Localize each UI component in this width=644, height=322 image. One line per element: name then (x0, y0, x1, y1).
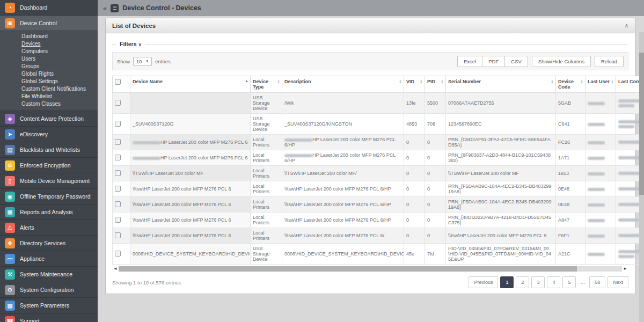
sort-icon[interactable]: ▲▼ (277, 79, 280, 84)
cell-last-user (586, 197, 616, 213)
row-checkbox-box[interactable] (115, 170, 121, 176)
reload-button[interactable]: Reload (595, 56, 624, 67)
submenu-item-custom-classes[interactable]: Custom Classes (21, 100, 98, 108)
sidebar-item-mobile-device-management[interactable]: ▯Mobile Device Management (0, 173, 98, 189)
column-header-pid[interactable]: PID▲▼ (425, 76, 446, 93)
collapse-panel-icon[interactable]: ∧ (625, 23, 628, 28)
submenu-item-global-rights[interactable]: Global Rights (21, 70, 98, 78)
pagination-3[interactable]: 3 (531, 276, 545, 288)
column-header-device-type[interactable]: Device Type▲▼ (251, 76, 282, 93)
filters-toggle[interactable]: Filters ∨ (116, 41, 145, 47)
submenu-item-computers[interactable]: Computers (21, 48, 98, 55)
row-checkbox[interactable] (113, 228, 130, 244)
row-checkbox[interactable] (113, 166, 130, 181)
pagination-58[interactable]: 58 (589, 276, 605, 288)
alerts-icon: ⚠ (5, 223, 15, 233)
select-all-checkbox[interactable] (113, 76, 130, 93)
row-checkbox-box[interactable] (115, 217, 121, 223)
sidebar-item-appliance[interactable]: ▭Appliance (0, 251, 98, 267)
row-checkbox[interactable] (113, 135, 130, 150)
row-checkbox-box[interactable] (115, 201, 121, 207)
column-header-vid[interactable]: VID▲▼ (404, 76, 425, 93)
pagination-4[interactable]: 4 (547, 276, 560, 288)
sidebar-item-dashboard[interactable]: ◔Dashboard (0, 0, 98, 16)
sidebar-item-system-configuration[interactable]: ⚙System Configuration (0, 282, 98, 298)
pdf-export-button[interactable]: PDF (482, 56, 505, 67)
row-checkbox-box[interactable] (115, 155, 121, 160)
row-checkbox-box[interactable] (115, 251, 121, 257)
column-header-label: Device Name (133, 79, 163, 84)
redacted-text (588, 203, 605, 207)
sort-icon[interactable]: ▲▼ (441, 79, 444, 84)
submenu-item-custom-client-notifications[interactable]: Custom Client Notifications (21, 85, 98, 93)
sidebar-item-enforced-encryption[interactable]: ⚙Enforced Encryption (0, 158, 98, 173)
pagination-2[interactable]: 2 (516, 276, 529, 288)
row-checkbox-box[interactable] (115, 121, 121, 127)
sort-icon[interactable]: ▲▼ (551, 79, 554, 84)
cell-last-user (586, 181, 616, 197)
row-checkbox-box[interactable] (115, 186, 121, 192)
row-checkbox-box[interactable] (115, 139, 121, 145)
column-header-last-user[interactable]: Last User▲▼ (586, 76, 616, 93)
cell-vid: 0 (404, 228, 425, 244)
horizontal-scroll-thumb[interactable] (119, 266, 577, 272)
column-header-description[interactable]: Description▲▼ (282, 76, 404, 93)
sidebar-item-reports-and-analysis[interactable]: ▦Reports and Analysis (0, 204, 98, 220)
scroll-right-icon[interactable]: ► (622, 266, 628, 271)
sidebar-item-directory-services[interactable]: ❖Directory Services (0, 236, 98, 251)
row-checkbox-box[interactable] (115, 100, 121, 106)
sort-icon[interactable]: ▲▼ (420, 79, 423, 84)
sort-icon[interactable]: ▲▼ (399, 79, 402, 84)
scroll-left-icon[interactable]: ◄ (112, 266, 119, 271)
back-chevron-icon[interactable]: « (103, 4, 107, 12)
show-hide-columns-button[interactable]: Show/Hide Columns (532, 56, 591, 67)
horizontal-scroll-track[interactable] (119, 266, 622, 272)
column-header-device-name[interactable]: Device Name▲ (130, 76, 251, 93)
column-header-label: Device Type (253, 79, 268, 90)
vertical-scrollbar[interactable] (639, 32, 644, 322)
sort-icon[interactable]: ▲▼ (611, 79, 614, 84)
row-checkbox[interactable] (113, 244, 130, 265)
submenu-item-file-whitelist[interactable]: File Whitelist (21, 93, 98, 100)
excel-export-button[interactable]: Excel (457, 56, 482, 67)
sort-asc-icon[interactable]: ▲ (245, 80, 248, 82)
pagination-previous[interactable]: Previous (469, 276, 498, 288)
page-size-select[interactable]: 10 ▼ (133, 57, 152, 66)
horizontal-scrollbar[interactable]: ◄ ► (112, 266, 628, 272)
sidebar-item-system-parameters[interactable]: ▩System Parameters (0, 298, 98, 313)
submenu-item-global-settings[interactable]: Global Settings (21, 78, 98, 85)
sidebar-item-content-aware-protection[interactable]: ◈Content Aware Protection (0, 111, 98, 127)
pagination-1[interactable]: 1 (500, 276, 514, 288)
row-checkbox[interactable] (113, 197, 130, 213)
sidebar-item-offline-temporary-password[interactable]: ◉Offline Temporary Password (0, 189, 98, 204)
row-checkbox[interactable] (113, 114, 130, 135)
column-header-serial-number[interactable]: Serial Number▲▼ (446, 76, 556, 93)
sidebar-item-ediscovery[interactable]: ➤eDiscovery (0, 127, 98, 142)
row-checkbox[interactable] (113, 150, 130, 166)
row-checkbox[interactable] (113, 213, 130, 228)
row-checkbox[interactable] (113, 93, 130, 114)
submenu-item-devices[interactable]: Devices (21, 40, 98, 48)
sort-icon[interactable]: ▲▼ (580, 79, 583, 84)
vertical-scroll-thumb[interactable] (639, 53, 644, 195)
table-row: \\tsw\HP LaserJet 200 color MFP M276 PCL… (113, 213, 644, 228)
cell-last-user (586, 93, 616, 114)
row-checkbox-box[interactable] (115, 232, 121, 238)
sidebar-item-alerts[interactable]: ⚠Alerts (0, 220, 98, 236)
submenu-item-groups[interactable]: Groups (21, 63, 98, 70)
select-all-checkbox-box[interactable] (115, 79, 121, 85)
sidebar-item-system-maintenance[interactable]: ⚒System Maintenance (0, 267, 98, 282)
row-checkbox[interactable] (113, 181, 130, 197)
table-controls: Show 10 ▼ entries ExcelPDFCSVShow/Hide C… (112, 52, 628, 70)
csv-export-button[interactable]: CSV (504, 56, 528, 67)
cell-last-user (586, 150, 616, 166)
pagination-next[interactable]: Next (608, 276, 628, 288)
pagination-5[interactable]: 5 (562, 276, 576, 288)
sidebar-item-device-control[interactable]: ▣Device Control (0, 16, 98, 31)
submenu-item-users[interactable]: Users (21, 55, 98, 63)
column-header-device-code[interactable]: Device Code▲▼ (556, 76, 586, 93)
cell-serial-number: 07086A7AAE7D2755 (446, 93, 556, 114)
submenu-item-dashboard[interactable]: Dashboard (21, 33, 98, 40)
sidebar-item-blacklists-and-whitelists[interactable]: ▤Blacklists and Whitelists (0, 142, 98, 158)
sidebar-item-support[interactable]: ☎Support (0, 313, 98, 322)
